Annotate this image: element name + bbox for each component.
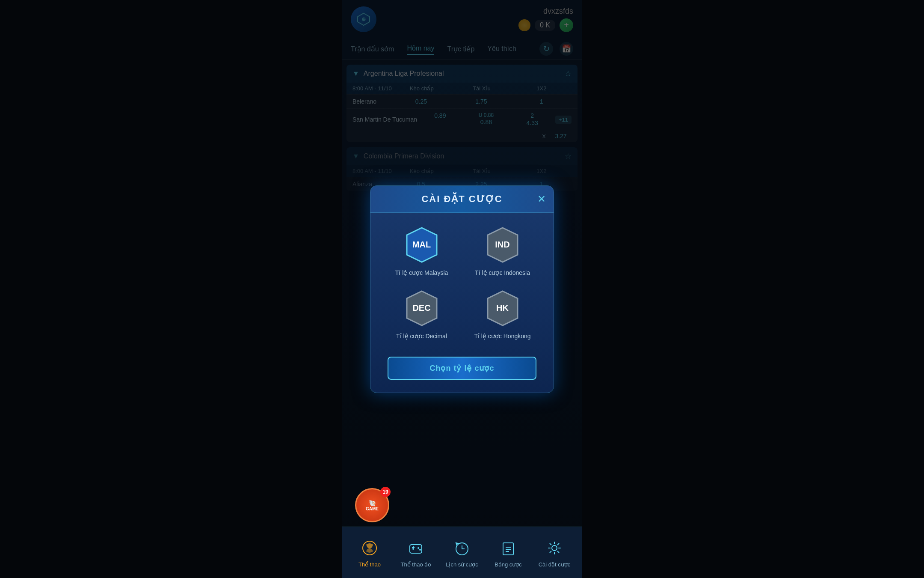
mal-label: Tỉ lệ cược Malaysia <box>395 269 448 276</box>
bottom-nav: Thể thao Thể thao ảo <box>342 527 582 578</box>
settings-label: Cài đặt cược <box>539 561 571 568</box>
bottom-nav-esports[interactable]: Thể thao ảo <box>399 537 433 568</box>
modal-title: CÀI ĐẶT CƯỢC <box>421 194 502 204</box>
game-badge-number: 19 <box>380 487 391 497</box>
odds-option-hk[interactable]: HK Tỉ lệ cược Hongkong <box>468 289 536 340</box>
modal-header: CÀI ĐẶT CƯỢC ✕ <box>370 186 554 213</box>
modal-footer: Chọn tỷ lệ cược <box>370 352 554 393</box>
bottom-nav-history[interactable]: Lịch sử cược <box>445 537 479 568</box>
svg-point-12 <box>419 549 421 551</box>
mal-code: MAL <box>412 240 431 250</box>
svg-rect-7 <box>410 545 422 553</box>
dec-code: DEC <box>412 303 430 313</box>
sports-label: Thể thao <box>358 561 381 568</box>
ind-hex-icon: IND <box>483 226 522 264</box>
hk-code: HK <box>496 303 509 313</box>
bottom-nav-board[interactable]: Bảng cược <box>491 537 525 568</box>
game-badge[interactable]: 19 🐚 GAME <box>355 488 389 522</box>
svg-point-18 <box>552 545 557 551</box>
screen: ⊕ dvxzsfds 0 K + Trận đấu sớm Hôm nay Tr… <box>0 0 924 578</box>
hk-label: Tỉ lệ cược Hongkong <box>474 333 530 340</box>
modal-close-button[interactable]: ✕ <box>537 194 546 204</box>
history-label: Lịch sử cược <box>446 561 478 568</box>
ind-label: Tỉ lệ cược Indonesia <box>475 269 530 276</box>
dec-hex-icon: DEC <box>403 289 441 328</box>
history-icon <box>451 537 473 559</box>
game-badge-circle: 19 🐚 GAME <box>355 488 389 522</box>
mal-hex-icon: MAL <box>403 226 441 264</box>
hk-hex-icon: HK <box>483 289 522 328</box>
sports-icon <box>359 537 380 559</box>
bottom-nav-sports[interactable]: Thể thao <box>352 537 387 568</box>
dec-label: Tỉ lệ cược Decimal <box>396 333 447 340</box>
bet-settings-modal: CÀI ĐẶT CƯỢC ✕ MAL Tỉ lệ cược Malaysia <box>370 185 554 393</box>
svg-point-11 <box>418 547 419 549</box>
game-badge-shell-icon: 🐚 <box>369 500 376 506</box>
select-odds-button[interactable]: Chọn tỷ lệ cược <box>388 357 536 380</box>
board-icon <box>498 537 519 559</box>
esports-icon <box>405 537 426 559</box>
board-label: Bảng cược <box>495 561 522 568</box>
settings-icon <box>544 537 565 559</box>
ind-code: IND <box>495 240 509 250</box>
esports-label: Thể thao ảo <box>401 561 431 568</box>
bottom-nav-settings[interactable]: Cài đặt cược <box>537 537 572 568</box>
odds-option-ind[interactable]: IND Tỉ lệ cược Indonesia <box>468 226 536 276</box>
main-content: ⊕ dvxzsfds 0 K + Trận đấu sớm Hôm nay Tr… <box>342 0 582 578</box>
modal-body: MAL Tỉ lệ cược Malaysia IND Tỉ lệ cược I… <box>370 213 554 352</box>
odds-option-dec[interactable]: DEC Tỉ lệ cược Decimal <box>388 289 456 340</box>
game-badge-text: GAME <box>366 506 379 511</box>
odds-option-mal[interactable]: MAL Tỉ lệ cược Malaysia <box>388 226 456 276</box>
